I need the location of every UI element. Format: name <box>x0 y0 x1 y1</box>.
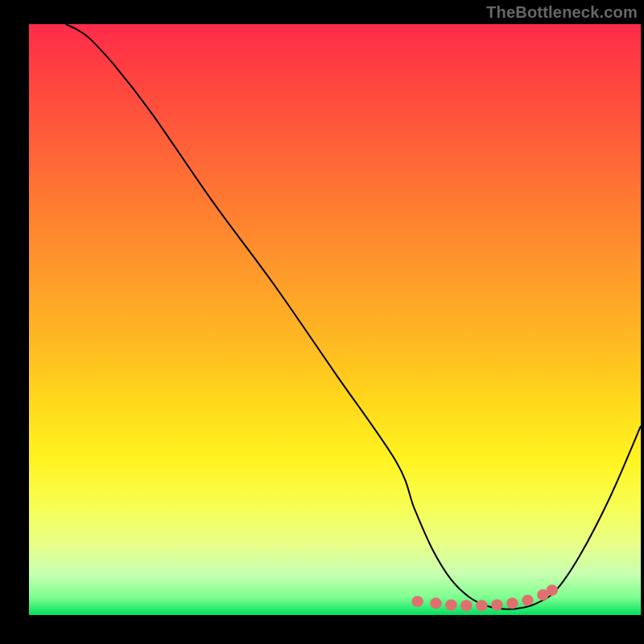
plot-area <box>29 24 641 615</box>
marker-layer <box>411 584 558 611</box>
baseline-dot <box>476 600 487 611</box>
chart-frame: TheBottleneck.com <box>0 0 644 644</box>
baseline-dot <box>547 584 558 596</box>
chart-svg <box>29 24 641 615</box>
bottleneck-curve <box>66 24 641 609</box>
baseline-dot <box>430 597 441 609</box>
watermark-text: TheBottleneck.com <box>486 3 638 22</box>
baseline-dot <box>411 596 423 607</box>
baseline-dot <box>491 600 502 611</box>
baseline-dot <box>460 600 472 611</box>
baseline-dot <box>445 600 456 611</box>
baseline-dot <box>522 595 533 606</box>
baseline-dot <box>506 597 518 609</box>
